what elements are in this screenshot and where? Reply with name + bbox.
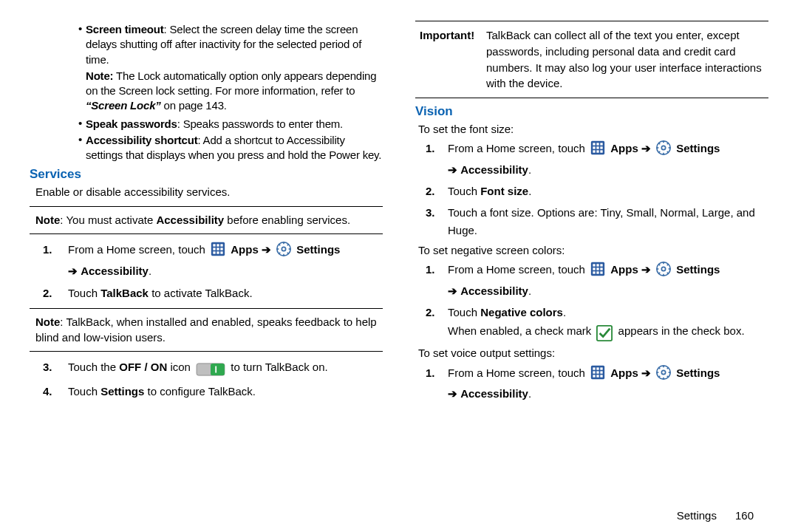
services-note: Note: You must activate Accessibility be… [35, 213, 383, 228]
note-tail: on page 143. [161, 99, 227, 112]
arrow-icon: ➔ [448, 163, 457, 176]
checkmark-icon [596, 325, 613, 344]
divider [30, 206, 383, 207]
note-lock-auto: Note: The Lock automatically option only… [86, 69, 383, 114]
settings-icon [656, 140, 671, 161]
rest: : Speaks passwords to enter them. [177, 117, 343, 130]
neg-colors-intro: To set negative screen colors: [418, 243, 768, 258]
settings-icon [656, 262, 671, 282]
important-note: Important! TalkBack can collect all of t… [420, 27, 764, 92]
note-rest: The Lock automatically option only appea… [86, 69, 376, 97]
font-step-3: 3. Touch a font size. Options are: Tiny,… [426, 204, 768, 241]
font-size-intro: To set the font size: [418, 122, 768, 137]
bullet-screen-timeout: • Screen timeout: Select the screen dela… [78, 22, 383, 67]
apps-icon [590, 365, 605, 386]
voice-step-1: 1. From a Home screen, touch Apps ➔ Sett… [426, 364, 768, 404]
divider [30, 233, 383, 234]
apps-icon [590, 140, 605, 161]
talkback-note: Note: TalkBack, when installed and enabl… [35, 315, 383, 345]
font-step-2: 2. Touch Font size. [426, 183, 768, 201]
arrow-icon: ➔ [448, 387, 457, 400]
vision-heading: Vision [415, 104, 768, 119]
apps-icon [590, 262, 605, 282]
term: Screen timeout [86, 23, 164, 35]
settings-icon [656, 365, 671, 386]
arrow-icon: ➔ [641, 142, 651, 154]
divider [30, 351, 383, 352]
neg-step-2: 2. Touch Negative colors. When enabled, … [426, 304, 768, 344]
footer-page: 160 [735, 509, 754, 522]
services-step-4: 4. Touch Settings to configure TalkBack. [43, 382, 383, 401]
services-para: Enable or disable accessibility services… [35, 185, 383, 200]
font-step-1: 1. From a Home screen, touch Apps ➔ Sett… [426, 140, 768, 180]
term: Accessibility shortcut [86, 134, 197, 146]
divider [415, 98, 768, 98]
arrow-icon: ➔ [641, 366, 651, 379]
note-lead: Note: [86, 69, 113, 82]
page-footer: Settings 160 [677, 509, 754, 522]
right-column: Important! TalkBack can collect all of t… [399, 21, 768, 525]
arrow-icon: ➔ [641, 263, 651, 276]
neg-step-1: 1. From a Home screen, touch Apps ➔ Sett… [426, 261, 768, 301]
left-column: • Screen timeout: Select the screen dela… [30, 21, 399, 525]
term: Speak passwords [86, 117, 177, 130]
page: • Screen timeout: Select the screen dela… [0, 0, 798, 532]
bullet-accessibility-shortcut: • Accessibility shortcut: Add a shortcut… [78, 133, 383, 163]
services-step-1: 1. From a Home screen, touch Apps ➔ Sett… [43, 240, 383, 281]
apps-icon [211, 242, 225, 262]
services-step-3: 3. Touch the OFF / ON icon to turn TalkB… [43, 358, 383, 380]
arrow-icon: ➔ [262, 243, 271, 256]
footer-section: Settings [677, 509, 717, 522]
divider [415, 21, 768, 21]
divider [30, 308, 383, 309]
toggle-on-icon [196, 361, 225, 380]
arrow-icon: ➔ [68, 265, 78, 277]
services-step-2: 2. Touch TalkBack to activate TalkBack. [43, 284, 383, 303]
bullet-speak-passwords: • Speak passwords: Speaks passwords to e… [78, 117, 383, 132]
note-ref: “Screen Lock” [86, 99, 161, 112]
services-heading: Services [30, 167, 383, 182]
arrow-icon: ➔ [448, 284, 457, 297]
settings-icon [276, 242, 291, 262]
voice-output-intro: To set voice output settings: [418, 346, 768, 361]
